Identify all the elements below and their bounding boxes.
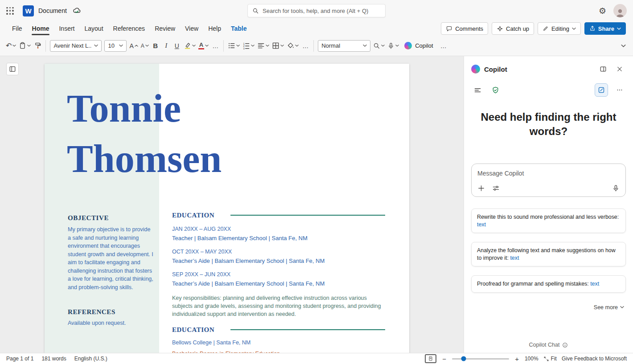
suggestion-card[interactable]: Rewrite this to sound more professional … <box>471 209 626 233</box>
chevron-down-icon <box>363 45 367 47</box>
word-logo[interactable]: W <box>23 5 34 16</box>
underline-label: U <box>175 42 179 49</box>
suggestion-text-link[interactable]: text <box>590 281 599 287</box>
zoom-out-button[interactable]: − <box>441 356 447 362</box>
copilot-header: Copilot <box>464 56 633 78</box>
fit-label: Fit <box>551 356 557 362</box>
search-input[interactable] <box>263 8 381 14</box>
document-title[interactable]: Document <box>38 7 67 14</box>
copilot-footer[interactable]: Copilot Chat <box>464 342 633 348</box>
see-more-button[interactable]: See more <box>473 304 624 311</box>
microphone-icon[interactable] <box>612 184 620 192</box>
shrink-font-button[interactable]: A <box>140 39 150 53</box>
font-color-button[interactable]: A <box>197 39 210 53</box>
responsibilities-paragraph: Key responsibilities: planning and deliv… <box>172 294 385 318</box>
add-attachment-icon[interactable] <box>477 184 485 192</box>
chat-history-button[interactable] <box>471 84 484 96</box>
zoom-slider-thumb[interactable] <box>461 356 466 361</box>
chevron-down-icon <box>236 45 240 47</box>
tab-references[interactable]: References <box>108 23 150 34</box>
compose-icon <box>598 86 605 94</box>
page-count[interactable]: Page 1 of 1 <box>6 356 33 362</box>
format-painter-button[interactable] <box>32 39 43 53</box>
find-button[interactable] <box>372 39 386 53</box>
editing-mode-dropdown[interactable]: Editing <box>538 22 581 35</box>
suggestion-text: Rewrite this to sound more professional … <box>477 214 619 220</box>
entry-dates: JAN 20XX – AUG 20XX <box>172 225 385 233</box>
fit-page-button[interactable]: Fit <box>543 356 557 362</box>
resume-right-column[interactable]: EDUCATION JAN 20XX – AUG 20XX Teacher | … <box>172 211 385 353</box>
suggestion-text-link[interactable]: text <box>477 221 486 228</box>
catch-up-button[interactable]: Catch up <box>492 22 534 35</box>
tab-layout[interactable]: Layout <box>79 23 108 34</box>
copilot-more-button[interactable] <box>613 84 626 96</box>
zoom-level[interactable]: 100% <box>525 356 538 362</box>
copilot-ribbon-button[interactable]: Copilot <box>403 39 434 53</box>
settings-gear-icon[interactable]: ⚙ <box>599 7 606 15</box>
numbering-button[interactable]: 123 <box>241 39 256 53</box>
feedback-link[interactable]: Give Feedback to Microsoft <box>562 356 627 362</box>
font-size-combo[interactable]: 10 <box>104 40 127 52</box>
tab-review[interactable]: Review <box>150 23 180 34</box>
tab-view[interactable]: View <box>180 23 203 34</box>
ribbon-overflow-button[interactable]: … <box>438 39 449 53</box>
tab-insert[interactable]: Insert <box>54 23 79 34</box>
suggestion-card[interactable]: Analyze the following text and make sugg… <box>471 242 626 266</box>
grow-font-button[interactable]: A <box>128 39 139 53</box>
new-chat-button[interactable] <box>595 83 608 97</box>
tab-file[interactable]: File <box>7 23 27 34</box>
zoom-in-button[interactable]: + <box>514 356 520 362</box>
undo-button[interactable]: ↶ <box>4 39 17 53</box>
word-logo-letter: W <box>25 7 31 15</box>
underline-button[interactable]: U <box>172 39 182 53</box>
bullets-button[interactable] <box>226 39 241 53</box>
resume-name-title[interactable]: Tonnie Thomsen <box>67 83 222 184</box>
education-heading: EDUCATION <box>172 326 214 334</box>
font-size-value: 10 <box>108 42 116 49</box>
reading-view-button[interactable] <box>425 354 436 363</box>
font-name-combo[interactable]: Avenir Next L... <box>50 40 102 52</box>
copilot-message-placeholder[interactable]: Message Copilot <box>477 170 620 177</box>
bold-button[interactable]: B <box>150 39 161 53</box>
page-navigation-toggle[interactable] <box>6 63 19 75</box>
catch-up-label: Catch up <box>506 25 529 32</box>
highlight-color-button[interactable] <box>182 39 197 53</box>
tab-help[interactable]: Help <box>203 23 226 34</box>
zoom-slider[interactable] <box>452 358 509 360</box>
options-sliders-icon[interactable] <box>492 184 500 192</box>
copilot-message-box[interactable]: Message Copilot <box>471 164 626 197</box>
dock-panel-button[interactable] <box>597 63 609 75</box>
grow-font-letter: A <box>129 42 133 49</box>
suggestion-text-link[interactable]: text <box>510 255 519 261</box>
language-selector[interactable]: English (U.S.) <box>74 356 107 362</box>
document-canvas: Tonnie Thomsen OBJECTIVE My primary obje… <box>0 56 464 353</box>
document-page[interactable]: Tonnie Thomsen OBJECTIVE My primary obje… <box>45 64 409 353</box>
paste-button[interactable] <box>17 39 32 53</box>
collapse-ribbon-button[interactable] <box>618 39 629 53</box>
tab-home[interactable]: Home <box>27 23 54 34</box>
paragraph-overflow-button[interactable]: … <box>300 39 311 53</box>
share-button[interactable]: Share <box>584 22 626 35</box>
font-overflow-button[interactable]: … <box>210 39 221 53</box>
suggestion-card[interactable]: Proofread for grammar and spelling mista… <box>471 275 626 293</box>
list-lines-icon <box>474 86 481 94</box>
resume-left-column[interactable]: OBJECTIVE My primary objective is to pro… <box>68 214 154 326</box>
dictate-button[interactable] <box>386 39 400 53</box>
close-panel-button[interactable] <box>613 63 626 75</box>
borders-button[interactable] <box>271 39 285 53</box>
user-avatar[interactable] <box>613 4 627 17</box>
shading-button[interactable] <box>285 39 300 53</box>
word-count[interactable]: 181 words <box>41 356 66 362</box>
app-launcher-icon[interactable] <box>6 7 14 15</box>
styles-combo[interactable]: Normal <box>318 40 370 52</box>
global-search[interactable] <box>247 4 386 17</box>
style-name-value: Normal <box>321 42 360 49</box>
alignment-button[interactable] <box>256 39 271 53</box>
ellipsis-icon: … <box>302 42 308 49</box>
tab-table[interactable]: Table <box>226 23 252 34</box>
info-icon[interactable] <box>562 342 568 348</box>
comments-button[interactable]: Comments <box>441 22 488 35</box>
italic-button[interactable]: I <box>161 39 172 53</box>
protected-button[interactable] <box>489 84 501 96</box>
fit-arrows-icon <box>543 356 549 362</box>
